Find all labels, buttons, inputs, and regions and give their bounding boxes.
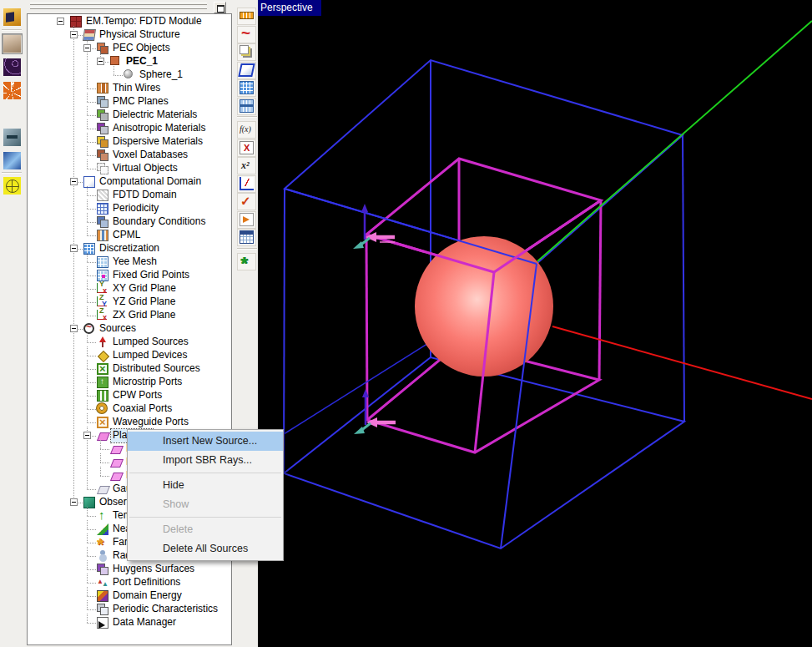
module-blue-curves-button[interactable]	[2, 150, 23, 171]
tree-item-label[interactable]: PEC Objects	[111, 42, 173, 55]
ruler-button[interactable]	[237, 8, 256, 25]
x-squared-icon	[240, 159, 254, 172]
tree-expand-toggle[interactable]	[83, 432, 91, 439]
tree-expand-toggle[interactable]	[70, 325, 78, 332]
panel-grip[interactable]	[30, 7, 207, 9]
tree-item-label[interactable]: Computational Domain	[98, 175, 204, 189]
tree-item-label[interactable]: Domain Energy	[111, 589, 184, 603]
tree-item-label[interactable]: CPW Ports	[111, 389, 164, 402]
module-gold-cube-button[interactable]	[2, 7, 23, 28]
ruler-icon	[240, 12, 254, 19]
tree-item-label[interactable]: Coaxial Ports	[111, 402, 174, 416]
tree-item-label[interactable]: Physical Structure	[98, 28, 183, 42]
tree-connector	[73, 39, 74, 182]
tree-row: Virtual Objects	[28, 162, 231, 175]
tree-item-label[interactable]: Boundary Conditions	[111, 215, 208, 229]
tree-item-label[interactable]: Voxel Databases	[111, 149, 190, 162]
sine-wave-button[interactable]	[237, 26, 256, 43]
mesh-grid-button[interactable]	[237, 79, 256, 97]
tree-expand-toggle[interactable]	[70, 245, 78, 252]
tree-item-label[interactable]: Thin Wires	[111, 82, 163, 95]
pmc-icon	[97, 96, 108, 108]
tree-row: Huygens Surfaces	[28, 563, 231, 576]
tree-item-label[interactable]: CPML	[111, 229, 143, 242]
tree-item-label[interactable]: Lumped Devices	[111, 349, 189, 362]
tree-item-label[interactable]: EM.Tempo: FDTD Module	[84, 15, 204, 28]
tree-item-label[interactable]: Periodic Characteristics	[111, 603, 220, 616]
green-asterisk-button[interactable]	[237, 253, 256, 270]
y-axis	[537, 21, 812, 261]
domain-box-button[interactable]	[237, 62, 256, 79]
tree-item-label[interactable]: PEC_1	[124, 55, 160, 68]
tree-item-label[interactable]: Fixed Grid Points	[111, 269, 192, 282]
module-purple-waves-button[interactable]	[2, 57, 23, 78]
tree-row: Data Manager	[28, 616, 231, 629]
tree-item-label[interactable]: Lumped Sources	[111, 336, 191, 349]
tree-item-label[interactable]: Huygens Surfaces	[111, 563, 197, 576]
module-terrain-tempo-button[interactable]	[2, 33, 23, 54]
tree-row: FDTD Domain	[28, 189, 231, 202]
tree-item-label[interactable]: Anisotropic Materials	[111, 122, 208, 135]
function-fx-button[interactable]	[237, 121, 256, 139]
layer-sheets-button[interactable]	[237, 43, 256, 61]
plot-graph-icon	[240, 177, 254, 190]
periodic-char-icon	[97, 604, 108, 615]
variables-x-button[interactable]	[237, 139, 256, 157]
tree-row: Periodic Characteristics	[28, 603, 231, 616]
farfield-icon	[97, 537, 108, 548]
panel-grip[interactable]	[30, 3, 207, 5]
dist-src-icon	[97, 363, 108, 375]
tree-item-label[interactable]: Dielectric Materials	[111, 109, 199, 122]
tree-expand-toggle[interactable]	[70, 178, 78, 185]
menu-item-delete-all-sources[interactable]: Delete All Sources	[128, 539, 283, 559]
calculator-button[interactable]	[237, 229, 256, 246]
module-orange-burst-button[interactable]	[2, 80, 23, 101]
module-dark-molecule-button[interactable]	[2, 104, 23, 124]
toolbar-separator	[237, 116, 257, 118]
menu-item-hide[interactable]: Hide	[128, 476, 283, 495]
tree-item-label[interactable]: XY Grid Plane	[111, 282, 179, 296]
tree-item-label[interactable]: Periodicity	[111, 202, 161, 215]
huygens-icon	[97, 564, 108, 575]
tree-row: Domain Energy	[28, 589, 231, 603]
tree-item-label[interactable]: YZ Grid Plane	[111, 296, 178, 309]
tree-item-label[interactable]: FDTD Domain	[111, 189, 179, 202]
3d-viewport[interactable]: Perspective	[258, 0, 812, 647]
tree-item-label[interactable]: Yee Mesh	[111, 255, 159, 269]
tree-item-label[interactable]: Discretization	[98, 242, 162, 255]
tree-item-label[interactable]: Distributed Sources	[111, 362, 203, 376]
tree-item-label[interactable]: Microstrip Ports	[111, 376, 184, 389]
tree-item-label[interactable]: Sphere_1	[138, 68, 185, 82]
tree-row: Coaxial Ports	[28, 402, 231, 416]
green-asterisk-icon	[240, 255, 254, 268]
sine-wave-icon	[240, 28, 254, 41]
tree-item-label[interactable]: PMC Planes	[111, 95, 171, 109]
x-squared-button[interactable]	[237, 157, 256, 174]
module-toolbar	[0, 0, 25, 647]
tree-expand-toggle[interactable]	[83, 44, 91, 52]
plot-graph-button[interactable]	[237, 175, 256, 193]
mesh-settings-button[interactable]	[237, 98, 256, 115]
tree-item-label[interactable]: Data Manager	[111, 616, 179, 629]
tree-item-label[interactable]: Virtual Objects	[111, 162, 180, 175]
tree-item-label[interactable]: Sources	[98, 322, 139, 336]
tree-item-label[interactable]: Dispersive Materials	[111, 135, 205, 149]
tree-item-label[interactable]: Waveguide Ports	[111, 416, 191, 429]
books-icon	[83, 29, 96, 41]
validate-check-button[interactable]	[237, 193, 256, 210]
restore-window-button[interactable]	[214, 2, 226, 13]
tree-expand-toggle[interactable]	[97, 58, 104, 65]
menu-item-insert-new-source[interactable]: Insert New Source...	[128, 432, 283, 451]
tree-item-label[interactable]: ZX Grid Plane	[111, 309, 178, 322]
tree-item-label[interactable]: Port Definitions	[111, 576, 183, 589]
run-simulation-button[interactable]	[237, 211, 256, 229]
tree-expand-toggle[interactable]	[70, 31, 78, 38]
menu-item-import-sbr-rays[interactable]: Import SBR Rays...	[128, 451, 283, 470]
tree-expand-toggle[interactable]	[57, 18, 64, 25]
tree-expand-toggle[interactable]	[70, 498, 78, 506]
module-yellow-sphere-button[interactable]	[2, 175, 23, 196]
module-steel-structure-button[interactable]	[2, 127, 23, 148]
module-orange-burst-icon	[3, 82, 21, 99]
x-axis	[552, 326, 812, 399]
calculator-icon	[240, 230, 254, 244]
